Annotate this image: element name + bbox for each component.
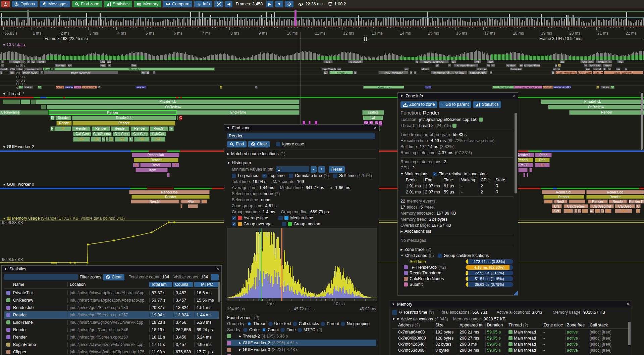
- cpu-zone[interactable]: aux: [100, 64, 106, 67]
- zone[interactable]: 4: [636, 209, 640, 213]
- close-icon[interactable]: ×: [216, 266, 219, 271]
- frame-bar[interactable]: [22, 20, 23, 26]
- frame-bar[interactable]: [256, 22, 257, 26]
- frame-bar[interactable]: [480, 23, 481, 26]
- frame-bar[interactable]: [373, 22, 374, 26]
- zone[interactable]: PrivateTick: [541, 99, 644, 104]
- frame-bar[interactable]: [536, 21, 537, 26]
- cpu-zone[interactable]: Tracy: [65, 86, 73, 89]
- frame-bar[interactable]: [336, 21, 337, 26]
- frame-bar[interactable]: [110, 20, 111, 26]
- frame-bar[interactable]: [440, 23, 441, 26]
- sort-counts[interactable]: Counts: [173, 282, 193, 287]
- frame-bar[interactable]: [532, 19, 533, 26]
- frame-bar[interactable]: [165, 19, 166, 26]
- frame-bar[interactable]: [474, 22, 475, 26]
- collapse-icon[interactable]: ▼: [227, 161, 230, 165]
- zone[interactable]: CalcGeome: [564, 204, 588, 208]
- frame-bar[interactable]: [365, 23, 366, 26]
- frame-bar[interactable]: [603, 19, 604, 26]
- frame-bar[interactable]: [56, 18, 57, 26]
- frame-bar[interactable]: [31, 18, 32, 26]
- frame-bar[interactable]: [576, 21, 577, 26]
- cpu-zone[interactable]: (au: [100, 60, 105, 63]
- wait-region-row[interactable]: 1.91 ms1.97 ms61 µs-2R: [405, 183, 513, 189]
- frame-bar[interactable]: [143, 21, 144, 26]
- frame-bar[interactable]: [588, 23, 589, 26]
- clipped-button[interactable]: [211, 274, 219, 280]
- thread-header-guif-worker-2[interactable]: ▼ GUIF worker 2: [3, 144, 34, 149]
- frame-bar[interactable]: [271, 14, 272, 26]
- frame-bar[interactable]: [447, 20, 448, 26]
- cpu-zone[interactable]: ssurf: [9, 60, 24, 63]
- frame-bar[interactable]: [323, 22, 324, 26]
- zone[interactable]: Ren: [535, 158, 550, 162]
- close-icon[interactable]: ×: [627, 302, 629, 307]
- frame-bar[interactable]: [88, 23, 89, 26]
- cpu-zone[interactable]: A: [558, 64, 561, 67]
- frame-bar[interactable]: [425, 18, 426, 26]
- cpu-zone[interactable]: cl: [435, 64, 439, 67]
- frame-bar[interactable]: [594, 21, 595, 26]
- frame-bar[interactable]: [249, 19, 250, 26]
- cpu-zone[interactable]: a s: [323, 60, 333, 63]
- frame-bar[interactable]: [360, 21, 361, 26]
- frame-bar[interactable]: [160, 21, 161, 26]
- frame-bar[interactable]: [462, 20, 463, 26]
- frame-bar[interactable]: [626, 11, 627, 26]
- frame-bar[interactable]: [1, 13, 2, 26]
- zone[interactable]: Set: [552, 209, 561, 213]
- log-values-checkbox[interactable]: [232, 174, 236, 178]
- zone[interactable]: F: [169, 126, 174, 131]
- frame-bar[interactable]: [237, 14, 238, 26]
- collapse-icon[interactable]: ▼: [400, 94, 403, 98]
- zone[interactable]: 5: [201, 199, 207, 204]
- frame-bar[interactable]: [328, 21, 329, 26]
- cpu-zone[interactable]: ^: [98, 86, 101, 89]
- frame-bar[interactable]: [38, 23, 39, 26]
- zone[interactable]: ~24~: [151, 137, 165, 142]
- frame-bar[interactable]: [177, 18, 178, 26]
- cpu-zone[interactable]: syst: [36, 60, 46, 63]
- frame-bar[interactable]: [137, 19, 138, 26]
- frame-bar[interactable]: [118, 22, 119, 26]
- frame-bar[interactable]: [128, 20, 129, 26]
- frame-bar[interactable]: [153, 22, 154, 26]
- cpu-zone[interactable]: rr: [584, 64, 588, 67]
- zone[interactable]: [180, 204, 182, 208]
- frame-bar[interactable]: [401, 22, 402, 26]
- frame-bar[interactable]: [608, 21, 609, 26]
- frame-bar[interactable]: [148, 19, 149, 26]
- frame-bar[interactable]: [43, 23, 44, 26]
- frame-bar[interactable]: [74, 21, 75, 26]
- frame-bar[interactable]: [611, 18, 612, 26]
- frame-bar[interactable]: [79, 19, 80, 26]
- frame-bar[interactable]: [115, 21, 116, 26]
- zone[interactable]: OnRedraw: [47, 105, 300, 109]
- cpu-zone[interactable]: tracy_sysn: [21, 71, 39, 74]
- frame-bar[interactable]: [396, 20, 397, 26]
- frame-bar[interactable]: [598, 20, 599, 26]
- zone[interactable]: Render: [131, 195, 210, 199]
- cpu-zone[interactable]: surface!: [348, 60, 363, 63]
- frame-bar[interactable]: [331, 18, 332, 26]
- frame-bar[interactable]: [230, 17, 231, 26]
- cpu-zone[interactable]: k: [354, 71, 357, 74]
- frame-bar[interactable]: [385, 18, 386, 26]
- frame-bar[interactable]: [93, 20, 94, 26]
- frame-bar[interactable]: [259, 17, 260, 26]
- groupby-call-stacks[interactable]: [293, 322, 297, 326]
- frame-bar[interactable]: [552, 17, 553, 26]
- frame-bar[interactable]: [561, 17, 562, 26]
- frame-bar[interactable]: [614, 18, 615, 26]
- statistics-row[interactable]: Clipper jni/../jni/src/claw/gfx/geo/Clip…: [4, 348, 219, 355]
- cpu-zone[interactable]: h: [410, 71, 413, 74]
- frame-bar[interactable]: [219, 18, 220, 26]
- cpu-zone[interactable]: A: [220, 86, 222, 89]
- frame-bar[interactable]: [391, 17, 392, 26]
- cpu-zone[interactable]: GUIF w: [543, 86, 553, 89]
- expand-icon[interactable]: ▶: [227, 152, 229, 156]
- cpu-zone[interactable]: @0: [9, 68, 15, 71]
- frame-bar[interactable]: [475, 22, 476, 26]
- frame-bar[interactable]: [276, 22, 277, 26]
